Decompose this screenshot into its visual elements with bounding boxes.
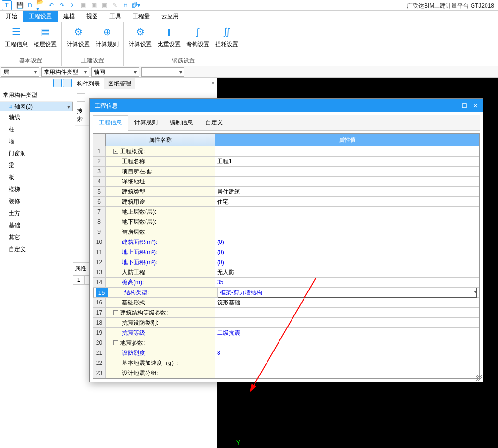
menu-tab-6[interactable]: 云应用 bbox=[156, 11, 184, 22]
grid-view-icon[interactable] bbox=[63, 79, 72, 87]
row-value[interactable] bbox=[215, 358, 479, 368]
sum-icon[interactable]: Σ bbox=[68, 1, 77, 10]
tool4-icon[interactable]: ✎ bbox=[110, 1, 119, 10]
grid-row[interactable]: 14檐高(m):35 bbox=[93, 278, 479, 288]
tool5-icon[interactable]: ⌗ bbox=[121, 1, 130, 10]
row-value[interactable] bbox=[215, 217, 479, 227]
menu-tab-2[interactable]: 建模 bbox=[58, 11, 81, 22]
row-value[interactable] bbox=[215, 338, 479, 348]
row-value[interactable]: 35 bbox=[215, 278, 479, 287]
dialog-titlebar[interactable]: 工程信息 — ☐ ✕ bbox=[90, 99, 483, 112]
dlg-tab-3[interactable]: 自定义 bbox=[199, 115, 229, 130]
ribbon-btn-1-1[interactable]: ⊕计算规则 bbox=[95, 24, 120, 56]
minimize-icon[interactable]: — bbox=[450, 102, 456, 109]
grid-row[interactable]: 23设计地震分组: bbox=[93, 368, 479, 378]
ribbon-btn-1-0[interactable]: ⚙计算设置 bbox=[66, 24, 91, 56]
list-view-icon[interactable] bbox=[53, 79, 62, 87]
grid-row[interactable]: 19抗震等级:二级抗震 bbox=[93, 328, 479, 338]
row-value[interactable]: 住宅 bbox=[215, 197, 479, 206]
tree-item-1[interactable]: 轴线 bbox=[0, 111, 73, 123]
tree-item-12[interactable]: 自定义 bbox=[0, 243, 73, 255]
row-value[interactable]: (0) bbox=[215, 257, 479, 267]
tool2-icon[interactable]: ▣ bbox=[89, 1, 98, 10]
expand-icon[interactable]: - bbox=[113, 149, 118, 154]
ribbon-btn-2-2[interactable]: ∫弯钩设置 bbox=[185, 24, 210, 56]
grid-row[interactable]: 7地上层数(层): bbox=[93, 207, 479, 217]
row-value[interactable] bbox=[215, 207, 479, 217]
tree-item-5[interactable]: 梁 bbox=[0, 159, 73, 171]
grid-row[interactable]: 22基本地震加速度（g）: bbox=[93, 358, 479, 368]
row-value[interactable]: 8 bbox=[215, 348, 479, 358]
tool3-icon[interactable]: ▣ bbox=[100, 1, 109, 10]
mid-tab-0[interactable]: 构件列表 bbox=[73, 78, 104, 89]
menu-tab-4[interactable]: 工具 bbox=[104, 11, 127, 22]
dlg-tab-0[interactable]: 工程信息 bbox=[93, 115, 128, 131]
grid-row[interactable]: 8地下层数(层): bbox=[93, 217, 479, 227]
row-value[interactable]: 框架-剪力墙结构 bbox=[218, 288, 477, 298]
grid-row[interactable]: 3项目所在地: bbox=[93, 167, 479, 177]
row-value[interactable]: 居住建筑 bbox=[215, 187, 479, 196]
ribbon-btn-0-1[interactable]: ▤楼层设置 bbox=[33, 24, 58, 56]
grid-row[interactable]: 4详细地址: bbox=[93, 177, 479, 187]
row-value[interactable]: (0) bbox=[215, 237, 479, 247]
tree-item-9[interactable]: 土方 bbox=[0, 207, 73, 219]
grid-row[interactable]: 16基础形式:筏形基础 bbox=[93, 298, 479, 308]
dlg-tab-1[interactable]: 计算规则 bbox=[128, 115, 164, 130]
menu-tab-3[interactable]: 视图 bbox=[81, 11, 104, 22]
row-value[interactable]: 无人防 bbox=[215, 267, 479, 277]
row-value[interactable] bbox=[215, 146, 479, 156]
selector-0[interactable]: 层 bbox=[1, 67, 39, 77]
redo-icon[interactable]: ↷ bbox=[58, 1, 66, 10]
menu-tab-5[interactable]: 工程量 bbox=[127, 11, 156, 22]
row-value[interactable] bbox=[215, 167, 479, 176]
row-value[interactable]: 二级抗震 bbox=[215, 328, 479, 338]
tool6-icon[interactable]: 🗐▾ bbox=[132, 1, 140, 10]
dlg-tab-2[interactable]: 编制信息 bbox=[164, 115, 199, 130]
ribbon-btn-2-3[interactable]: ∬损耗设置 bbox=[214, 24, 239, 56]
resize-handle[interactable] bbox=[476, 375, 482, 381]
open-icon[interactable]: 📂▾ bbox=[36, 1, 45, 10]
tree-item-8[interactable]: 装修 bbox=[0, 195, 73, 207]
ribbon-btn-2-1[interactable]: ⫿比重设置 bbox=[157, 24, 182, 56]
row-value[interactable] bbox=[215, 318, 479, 327]
grid-row[interactable]: 6建筑用途:住宅 bbox=[93, 197, 479, 207]
grid-row[interactable]: 9裙房层数: bbox=[93, 227, 479, 237]
grid-row[interactable]: 10建筑面积(m²):(0) bbox=[93, 237, 479, 247]
save-icon[interactable]: 💾 bbox=[15, 1, 24, 10]
ribbon-btn-0-0[interactable]: ☰工程信息 bbox=[4, 24, 29, 56]
undo-icon[interactable]: ↶ bbox=[47, 1, 56, 10]
menu-tab-1[interactable]: 工程设置 bbox=[23, 11, 58, 22]
row-value[interactable] bbox=[215, 177, 479, 186]
tree-item-7[interactable]: 楼梯 bbox=[0, 183, 73, 195]
grid-row[interactable]: 21设防烈度:8 bbox=[93, 348, 479, 358]
ribbon-btn-2-0[interactable]: ⚙计算设置 bbox=[128, 24, 153, 56]
close-icon[interactable]: × bbox=[211, 80, 215, 86]
tree-item-6[interactable]: 板 bbox=[0, 171, 73, 183]
expand-icon[interactable]: - bbox=[113, 340, 118, 345]
menu-tab-0[interactable]: 开始 bbox=[0, 11, 23, 22]
tree-item-10[interactable]: 基础 bbox=[0, 219, 73, 231]
grid-row[interactable]: 15结构类型:框架-剪力墙结构 bbox=[93, 288, 479, 298]
grid-row[interactable]: 2工程名称:工程1 bbox=[93, 157, 479, 167]
row-value[interactable]: (0) bbox=[215, 247, 479, 257]
tree-item-0[interactable]: ⌗轴网(J) bbox=[0, 102, 73, 111]
tree-item-11[interactable]: 其它 bbox=[0, 231, 73, 243]
selector-2[interactable]: 轴网 bbox=[91, 67, 139, 77]
expand-icon[interactable]: - bbox=[113, 310, 118, 315]
grid-row[interactable]: 17-建筑结构等级参数: bbox=[93, 308, 479, 318]
tree-item-2[interactable]: 柱 bbox=[0, 123, 73, 135]
new-icon[interactable]: 🗋 bbox=[26, 1, 35, 10]
grid-row[interactable]: 11地上面积(m²):(0) bbox=[93, 247, 479, 257]
row-value[interactable] bbox=[215, 227, 479, 237]
selector-3[interactable] bbox=[141, 67, 184, 77]
selector-1[interactable]: 常用构件类型 bbox=[41, 67, 89, 77]
document-icon[interactable] bbox=[77, 93, 85, 102]
grid-row[interactable]: 12地下面积(m²):(0) bbox=[93, 257, 479, 267]
mid-tab-1[interactable]: 图纸管理 bbox=[104, 78, 135, 89]
close-icon[interactable]: ✕ bbox=[473, 102, 478, 109]
grid-row[interactable]: 1-工程概况: bbox=[93, 146, 479, 157]
tree-item-4[interactable]: 门窗洞 bbox=[0, 147, 73, 159]
grid-body[interactable]: 1-工程概况:2工程名称:工程13项目所在地:4详细地址:5建筑类型:居住建筑6… bbox=[93, 146, 479, 378]
grid-row[interactable]: 20-地震参数: bbox=[93, 338, 479, 348]
row-value[interactable] bbox=[215, 368, 479, 378]
